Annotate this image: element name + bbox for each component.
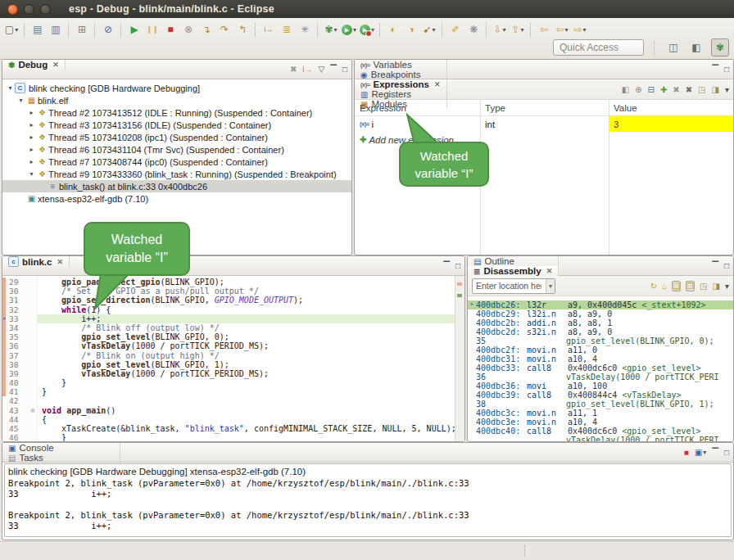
code-line[interactable]: 33 i++;➤: [2, 314, 455, 323]
tree-expander-icon[interactable]: ▾: [27, 170, 36, 178]
close-icon[interactable]: ✕: [434, 80, 441, 88]
line-number[interactable]: 44: [6, 415, 29, 424]
line-number[interactable]: 35: [6, 332, 29, 341]
code-line[interactable]: 44{: [2, 415, 455, 424]
launch-button[interactable]: ➹▾: [420, 21, 438, 38]
disassembly-line[interactable]: 400dbc3e:movi.na10, 4: [468, 418, 733, 427]
tab-variables[interactable]: (x)=Variables: [355, 60, 447, 70]
fold-marker-icon[interactable]: ⊖: [29, 406, 38, 415]
terminate-button[interactable]: ■: [684, 448, 689, 457]
last-edit-location-button[interactable]: ⇦: [535, 21, 553, 38]
line-number[interactable]: 46: [6, 433, 29, 442]
step-into-button[interactable]: ↴: [197, 21, 215, 38]
display-console-button[interactable]: ▣▾: [695, 448, 706, 457]
close-icon[interactable]: ✕: [57, 258, 63, 266]
debug-tree-item[interactable]: ≡blink_task() at blink.c:33 0x400dbc26: [2, 180, 351, 192]
line-number[interactable]: 43: [6, 406, 29, 415]
pin-view-button[interactable]: ◨: [712, 85, 719, 94]
disassembly-line[interactable]: 400dbc29:l32i.na8, a9, 0: [468, 309, 733, 318]
maximize-button[interactable]: □: [724, 65, 729, 74]
resume-button[interactable]: ▶: [125, 21, 143, 38]
disassembly-line[interactable]: 400dbc39:call80x400844c4 <vTaskDelay>: [468, 391, 733, 400]
line-number[interactable]: 31: [6, 296, 29, 305]
build-button[interactable]: ⊞: [73, 21, 91, 38]
open-new-view-button[interactable]: ◳: [698, 85, 705, 94]
remove-expression-button[interactable]: ✖: [673, 85, 679, 94]
show-source-button[interactable]: ≣: [278, 21, 296, 38]
disassembly-line[interactable]: ➤400dbc26:l32ra9, 0x400d045c <_stext+109…: [468, 300, 733, 309]
code-line[interactable]: 32 while(1) {: [2, 305, 455, 314]
suspend-button[interactable]: ❙❙: [143, 21, 161, 38]
external-tools-button[interactable]: ▶▾: [358, 21, 376, 38]
tree-expander-icon[interactable]: ▸: [27, 109, 36, 116]
code-line[interactable]: 37 /* Blink on (output high) */: [2, 351, 455, 360]
instruction-stepping-button[interactable]: i→: [260, 21, 278, 38]
column-header-value[interactable]: Value: [609, 103, 733, 113]
cpp-perspective-button[interactable]: ◧: [688, 39, 705, 56]
disassembly-line[interactable]: 35gpio_set_level(BLINK_GPIO, 0);: [468, 336, 733, 345]
sync-selection-button[interactable]: ❏: [672, 281, 681, 291]
open-element-button[interactable]: ◐: [384, 21, 402, 38]
instruction-stepping-button[interactable]: i→: [302, 65, 312, 74]
debug-tree-item[interactable]: ▣xtensa-esp32-elf-gdb (7.10): [2, 192, 351, 205]
minimize-button[interactable]: ▔: [443, 261, 450, 270]
tab-console[interactable]: ▣Console: [2, 443, 120, 453]
tree-expander-icon[interactable]: ▸: [27, 158, 36, 165]
combo-dropdown-icon[interactable]: ▾: [546, 279, 555, 293]
remove-all-terminated-button[interactable]: ✖: [290, 65, 297, 74]
console-output[interactable]: blink checking [GDB Hardware Debugging] …: [4, 463, 732, 537]
minimize-button[interactable]: ▔: [712, 261, 718, 270]
line-number[interactable]: 30: [6, 287, 29, 296]
column-header-type[interactable]: Type: [480, 103, 609, 113]
maximize-button[interactable]: □: [342, 65, 347, 74]
remove-all-expressions-button[interactable]: ✖: [686, 85, 692, 94]
view-menu-button[interactable]: ▽: [319, 65, 325, 74]
run-button[interactable]: ▶▾: [340, 21, 358, 38]
tree-expander-icon[interactable]: ▾: [16, 97, 25, 104]
line-number[interactable]: 29: [6, 278, 29, 287]
disassembly-line[interactable]: 400dbc31:movi.na10, 4: [468, 355, 733, 364]
maximize-button[interactable]: □: [455, 261, 460, 270]
tree-expander-icon[interactable]: ▾: [6, 84, 15, 92]
next-annotation-button[interactable]: ⇩▾: [491, 21, 509, 38]
line-number[interactable]: 40: [6, 378, 29, 387]
line-number[interactable]: 34: [6, 323, 29, 332]
show-logical-structure-button[interactable]: ⊕: [635, 85, 641, 94]
previous-annotation-button[interactable]: ⇧▾: [509, 21, 527, 38]
overview-ruler[interactable]: [455, 276, 464, 442]
debug-tree-item[interactable]: ▸❖Thread #6 1073431104 (Tmr Svc) (Suspen…: [2, 143, 351, 156]
collapse-all-button[interactable]: ⊟: [648, 85, 655, 94]
disassembly-line[interactable]: 38gpio_set_level(BLINK_GPIO, 1);: [468, 400, 733, 409]
home-button[interactable]: ⌂: [662, 282, 667, 291]
debug-tree-item[interactable]: ▸❖Thread #5 1073410208 (ipc1) (Suspended…: [2, 131, 351, 143]
debug-tree-item[interactable]: ▸❖Thread #7 1073408744 (ipc0) (Suspended…: [2, 156, 351, 168]
debug-tree-item[interactable]: ▾▦blink.elf: [2, 94, 351, 106]
debug-button[interactable]: ✾▾: [322, 21, 340, 38]
skip-all-breakpoints-button[interactable]: ⊘: [99, 21, 117, 38]
mark-occurrences-button[interactable]: ✐: [446, 21, 464, 38]
line-number[interactable]: 41: [6, 387, 29, 396]
code-line[interactable]: 30 /* Set the GPIO as a push/pull output…: [2, 287, 455, 296]
refresh-button[interactable]: ↻: [650, 282, 657, 291]
tree-expander-icon[interactable]: ▸: [27, 133, 36, 141]
tab-blink-c[interactable]: cblink.c✕: [2, 256, 70, 267]
back-button[interactable]: ⇦▾: [553, 21, 571, 38]
new-button[interactable]: ▢▾: [2, 21, 20, 38]
quick-access-input[interactable]: Quick Access: [553, 39, 644, 56]
minimize-button[interactable]: ▔: [712, 448, 718, 457]
maximize-button[interactable]: □: [724, 448, 729, 457]
window-maximize-button[interactable]: [40, 4, 51, 15]
code-line[interactable]: 31 gpio_set_direction(BLINK_GPIO, GPIO_M…: [2, 296, 455, 305]
add-expression-button[interactable]: ✚: [660, 85, 667, 94]
code-line[interactable]: 42: [2, 396, 455, 405]
tab-breakpoints[interactable]: ◉Breakpoints: [355, 70, 447, 79]
show-source-button[interactable]: ❐: [686, 281, 695, 291]
maximize-button[interactable]: □: [724, 261, 729, 270]
disassembly-line[interactable]: vTaskDelay(1000 / portTICK_PERI: [468, 436, 733, 442]
save-button[interactable]: ▤: [29, 21, 47, 38]
disassembly-line[interactable]: 400dbc2b:addi.na8, a8, 1: [468, 318, 733, 327]
disconnect-button[interactable]: ⊗: [179, 21, 197, 38]
minimize-button[interactable]: ▔: [712, 65, 718, 74]
terminate-button[interactable]: ■: [161, 21, 179, 38]
show-type-names-button[interactable]: ◧: [622, 85, 629, 94]
